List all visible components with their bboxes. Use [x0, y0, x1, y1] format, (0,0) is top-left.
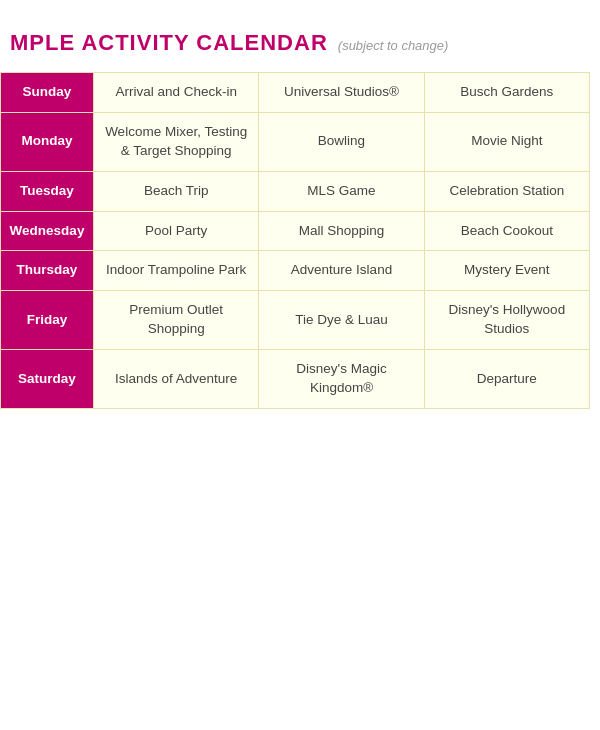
- activity-calendar: SundayArrival and Check-inUniversal Stud…: [0, 72, 590, 409]
- cell-c: Beach Cookout: [424, 211, 589, 251]
- day-cell: Saturday: [1, 350, 94, 409]
- table-row: WednesdayPool PartyMall ShoppingBeach Co…: [1, 211, 590, 251]
- table-row: MondayWelcome Mixer, Testing & Target Sh…: [1, 112, 590, 171]
- calendar-header: MPLE ACTIVITY CALENDAR (subject to chang…: [0, 20, 590, 72]
- day-cell: Friday: [1, 291, 94, 350]
- cell-c: Busch Gardens: [424, 73, 589, 113]
- cell-a: Pool Party: [94, 211, 259, 251]
- day-cell: Sunday: [1, 73, 94, 113]
- cell-b: Universal Studios®: [259, 73, 424, 113]
- cell-a: Islands of Adventure: [94, 350, 259, 409]
- cell-b: Disney's Magic Kingdom®: [259, 350, 424, 409]
- cell-a: Welcome Mixer, Testing & Target Shopping: [94, 112, 259, 171]
- cell-a: Premium Outlet Shopping: [94, 291, 259, 350]
- table-row: SaturdayIslands of AdventureDisney's Mag…: [1, 350, 590, 409]
- cell-a: Indoor Trampoline Park: [94, 251, 259, 291]
- calendar-subtitle: (subject to change): [338, 38, 449, 53]
- day-cell: Tuesday: [1, 171, 94, 211]
- table-row: FridayPremium Outlet ShoppingTie Dye & L…: [1, 291, 590, 350]
- day-cell: Wednesday: [1, 211, 94, 251]
- cell-b: MLS Game: [259, 171, 424, 211]
- cell-b: Mall Shopping: [259, 211, 424, 251]
- cell-c: Mystery Event: [424, 251, 589, 291]
- cell-c: Movie Night: [424, 112, 589, 171]
- cell-a: Arrival and Check-in: [94, 73, 259, 113]
- cell-b: Bowling: [259, 112, 424, 171]
- table-row: SundayArrival and Check-inUniversal Stud…: [1, 73, 590, 113]
- table-row: ThursdayIndoor Trampoline ParkAdventure …: [1, 251, 590, 291]
- cell-c: Celebration Station: [424, 171, 589, 211]
- cell-c: Disney's Hollywood Studios: [424, 291, 589, 350]
- cell-b: Adventure Island: [259, 251, 424, 291]
- cell-b: Tie Dye & Luau: [259, 291, 424, 350]
- day-cell: Thursday: [1, 251, 94, 291]
- cell-c: Departure: [424, 350, 589, 409]
- cell-a: Beach Trip: [94, 171, 259, 211]
- calendar-title: MPLE ACTIVITY CALENDAR: [10, 30, 328, 56]
- day-cell: Monday: [1, 112, 94, 171]
- table-row: TuesdayBeach TripMLS GameCelebration Sta…: [1, 171, 590, 211]
